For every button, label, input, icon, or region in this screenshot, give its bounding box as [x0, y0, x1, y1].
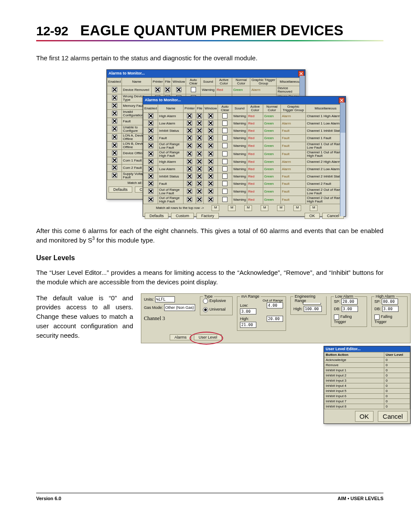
titlebar-ule: User Level Editor...	[324, 346, 410, 352]
match-button[interactable]: M	[228, 205, 236, 211]
titlebar-back: Alarms to Monitor...	[107, 70, 305, 78]
ma-low-input[interactable]: 4.00	[267, 302, 283, 308]
titlebar-front: Alarms to Monitor...	[143, 96, 346, 104]
units-input[interactable]: %LFL	[155, 296, 175, 302]
figure-alarms: Alarms to Monitor... EnabledNamePrinterF…	[36, 69, 383, 218]
high-falling-checkbox[interactable]	[374, 314, 380, 320]
alarms-button[interactable]: Alarms	[170, 334, 191, 340]
units-label: Units:	[144, 297, 154, 302]
page-title: EAGLE QUANTUM PREMIER DEVICES	[80, 23, 343, 37]
window-title: Alarms to Monitor...	[109, 72, 145, 75]
factory-button[interactable]: Factory	[196, 213, 219, 219]
gasmode-select[interactable]: Other (Non Gas)	[164, 304, 196, 311]
scrollbar[interactable]	[340, 103, 346, 216]
match-button[interactable]: M	[244, 205, 252, 211]
page-number: 12-92	[36, 25, 68, 37]
alarms-table-front: EnabledNamePrinterFileWindowAuto ClearSo…	[143, 104, 346, 204]
user-level-button[interactable]: User Level	[194, 334, 222, 340]
ma-high-input[interactable]: 20.00	[267, 316, 283, 322]
section-heading-user-levels: User Levels	[36, 255, 383, 261]
low-falling-checkbox[interactable]	[334, 314, 339, 320]
match-button[interactable]: M	[212, 205, 219, 211]
page-header: 12-92 EAGLE QUANTUM PREMIER DEVICES	[36, 23, 383, 37]
eng-high-input[interactable]: 100.00	[304, 306, 322, 312]
paragraph-3: The “User Level Editor...” provides a me…	[36, 268, 383, 287]
page-footer: Version 6.0 AIM • USER LEVELS	[36, 493, 383, 501]
ma-range-label: mA Range	[240, 294, 261, 299]
match-button[interactable]: M	[261, 205, 268, 211]
defaults-button[interactable]: Defaults	[109, 187, 132, 193]
type-group-label: Type	[203, 294, 214, 299]
eng-range-label: Engineering Range	[293, 294, 326, 303]
gasmode-label: Gas Mode:	[144, 305, 163, 310]
low-alarm-label: Low Alarm	[334, 294, 355, 299]
match-button[interactable]: M	[310, 205, 318, 211]
channel-title: Channel 3	[144, 315, 196, 322]
radio-explosive[interactable]	[203, 299, 208, 304]
window-title: User Level Editor...	[326, 347, 361, 351]
high-sp-input[interactable]: 80.00	[382, 299, 398, 305]
match-button[interactable]: M	[277, 205, 285, 211]
user-level-editor-window: User Level Editor... Button ActionUser L…	[324, 346, 411, 424]
cancel-button[interactable]: Cancel	[378, 411, 408, 422]
oor-low-input[interactable]: 3.00	[240, 308, 256, 314]
paragraph-2: After this come 6 alarms for each of the…	[36, 226, 383, 246]
high-db-input[interactable]: 3.00	[382, 306, 399, 312]
match-button[interactable]: M	[293, 205, 301, 211]
defaults-button[interactable]: Defaults	[145, 213, 168, 219]
header-rule	[36, 40, 383, 41]
radio-universal[interactable]	[203, 307, 208, 312]
alarms-window-front: Alarms to Monitor... EnabledNamePrinterF…	[143, 96, 346, 217]
ok-button[interactable]: OK	[355, 411, 374, 422]
high-alarm-label: High Alarm	[374, 294, 396, 299]
low-db-input[interactable]: 3.00	[342, 306, 358, 312]
user-level-table: Button ActionUser LevelAcknowledge0Remov…	[324, 352, 410, 409]
intro-paragraph: The first 12 alarms pertain to the statu…	[36, 53, 383, 63]
match-row-label: Match all rows to the top row ->	[156, 206, 204, 210]
low-sp-input[interactable]: 20.00	[341, 299, 358, 305]
oor-high-input[interactable]: 21.00	[240, 322, 256, 328]
custom-button[interactable]: Custom	[171, 213, 194, 219]
window-title: Alarms to Monitor...	[145, 98, 181, 102]
out-of-range-label: Out of Range	[240, 299, 283, 302]
footer-section: AIM • USER LEVELS	[337, 496, 383, 501]
paragraph-4: The default value is “0” and provides ac…	[36, 293, 133, 340]
ok-button[interactable]: OK	[305, 213, 320, 219]
footer-version: Version 6.0	[36, 496, 61, 501]
channel-config-panel: Units: %LFL Gas Mode: Other (Non Gas) Ch…	[141, 293, 411, 343]
